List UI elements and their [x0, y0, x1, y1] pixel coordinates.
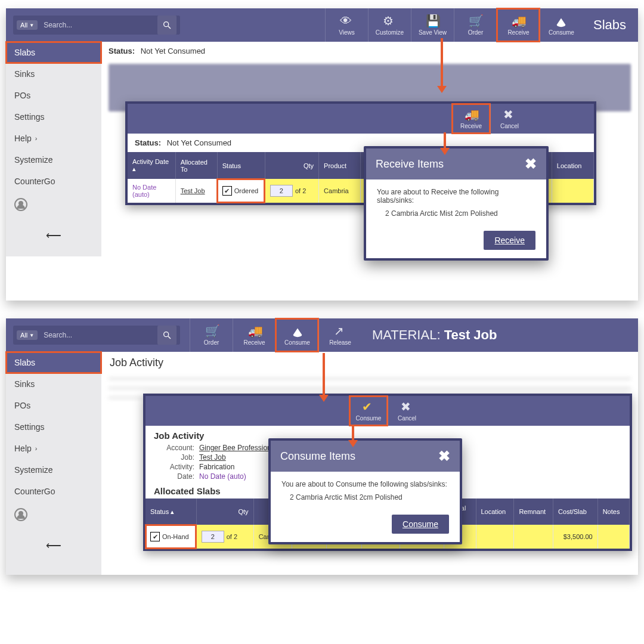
sidebar-item-help[interactable]: Help›	[6, 128, 101, 149]
close-icon: ✖	[401, 401, 414, 414]
col-activity-date[interactable]: Activity Date ▴	[128, 152, 175, 179]
sidebar-item-slabs[interactable]: Slabs	[6, 352, 101, 373]
search-scope-pill[interactable]: All ▼	[17, 20, 38, 30]
search-input[interactable]	[42, 330, 157, 340]
consume-button[interactable]: Consume	[275, 318, 318, 352]
modal-item: 2 Cambria Arctic Mist 2cm Polished	[385, 209, 535, 218]
avatar-icon[interactable]	[14, 508, 27, 521]
sliders-icon: ⚙	[383, 15, 396, 28]
topbar: All ▼ 👁Views ⚙Customize 💾Save View 🛒Orde…	[6, 8, 638, 42]
check-icon: ✔	[362, 401, 375, 414]
customize-button[interactable]: ⚙Customize	[368, 8, 411, 42]
receive-button[interactable]: 🚚Receive	[233, 318, 275, 352]
search-icon	[162, 330, 172, 340]
order-button[interactable]: 🛒Order	[454, 8, 497, 42]
search-input[interactable]	[42, 20, 157, 30]
caret-down-icon: ▼	[29, 23, 34, 28]
release-icon: ↗	[334, 325, 347, 338]
sidebar-item-countergo[interactable]: CounterGo	[6, 481, 101, 502]
page-title: Slabs	[593, 17, 626, 33]
sidebar-item-systemize[interactable]: Systemize	[6, 149, 101, 171]
modal-header: Receive Items ✖	[366, 148, 546, 179]
cell-status[interactable]: ✔On-Hand	[145, 525, 196, 549]
page-title: MATERIAL: Test Job	[372, 327, 497, 343]
cell-cost: $3,500.00	[553, 525, 598, 549]
modal-close-icon[interactable]: ✖	[438, 448, 450, 465]
subpanel-topbar: ✔Consume ✖Cancel	[145, 396, 630, 426]
cart-icon: 🛒	[469, 15, 482, 28]
topbar-actions: 👁Views ⚙Customize 💾Save View 🛒Order 🚚Rec…	[325, 8, 583, 42]
views-button[interactable]: 👁Views	[325, 8, 368, 42]
status-value: Not Yet Consumed	[141, 47, 205, 55]
checkbox-icon[interactable]: ✔	[222, 186, 232, 196]
sidebar-item-pos[interactable]: POs	[6, 85, 101, 106]
col-status[interactable]: Status	[217, 152, 265, 179]
col-qty[interactable]: Qty	[196, 499, 253, 525]
subpanel-topbar: 🚚Receive ✖Cancel	[128, 104, 594, 134]
cell-qty: 2of 2	[196, 525, 253, 549]
sort-asc-icon: ▴	[132, 165, 136, 172]
sidebar-item-settings[interactable]: Settings	[6, 416, 101, 438]
search-scope-pill[interactable]: All ▼	[17, 330, 38, 340]
sidebar-item-sinks[interactable]: Sinks	[6, 63, 101, 85]
close-icon: ✖	[503, 109, 516, 122]
release-button[interactable]: ↗Release	[318, 318, 361, 352]
col-cost[interactable]: Cost/Slab	[553, 499, 598, 525]
collapse-sidebar-icon[interactable]: ⟵	[46, 539, 61, 552]
col-notes[interactable]: Notes	[597, 499, 629, 525]
activity-value: Fabrication	[199, 463, 234, 471]
col-location[interactable]: Location	[476, 499, 514, 525]
caret-down-icon: ▼	[29, 333, 34, 338]
search-icon	[162, 20, 172, 30]
sort-asc-icon: ▴	[171, 508, 174, 515]
sub-consume-button[interactable]: ✔Consume	[349, 396, 388, 426]
sub-cancel-button[interactable]: ✖Cancel	[490, 104, 528, 134]
col-status[interactable]: Status ▴	[145, 499, 196, 525]
cell-product: Cambria	[319, 179, 361, 203]
sidebar-item-slabs[interactable]: Slabs	[6, 42, 101, 63]
cart-icon: 🛒	[205, 325, 218, 338]
topbar-actions: 🛒Order 🚚Receive Consume ↗Release	[190, 318, 361, 352]
search-button[interactable]	[157, 326, 177, 345]
main-content: Job Activity ✔Consume ✖Cancel Job Activi…	[101, 352, 638, 575]
modal-consume-button[interactable]: Consume	[392, 515, 449, 534]
receive-button[interactable]: 🚚Receive	[497, 8, 540, 42]
sidebar-item-help[interactable]: Help›	[6, 438, 101, 459]
collapse-sidebar-icon[interactable]: ⟵	[46, 229, 61, 242]
modal-lead: You are about to Receive the following s…	[377, 188, 535, 205]
col-remnant[interactable]: Remnant	[514, 499, 553, 525]
job-link[interactable]: Test Job	[199, 453, 226, 462]
sub-cancel-button[interactable]: ✖Cancel	[388, 396, 426, 426]
avatar-icon[interactable]	[14, 198, 27, 211]
sidebar-item-pos[interactable]: POs	[6, 395, 101, 416]
modal-receive-button[interactable]: Receive	[484, 231, 535, 250]
qty-input[interactable]: 2	[270, 185, 293, 197]
col-allocated-to[interactable]: Allocated To	[175, 152, 217, 179]
svg-line-3	[168, 336, 171, 339]
cell-status[interactable]: ✔Ordered	[217, 179, 265, 203]
col-product[interactable]: Product	[319, 152, 361, 179]
cell-allocated-to[interactable]: Test Job	[181, 187, 205, 194]
date-value: No Date (auto)	[199, 472, 246, 481]
modal-close-icon[interactable]: ✖	[525, 156, 537, 172]
qty-input[interactable]: 2	[202, 531, 224, 543]
consume-icon	[555, 15, 568, 28]
modal-item: 2 Cambria Arctic Mist 2cm Polished	[290, 493, 449, 501]
chevron-right-icon: ›	[35, 135, 38, 142]
svg-line-1	[168, 26, 171, 29]
truck-icon: 🚚	[248, 325, 261, 338]
search-button[interactable]	[157, 16, 177, 35]
sub-receive-button[interactable]: 🚚Receive	[452, 104, 490, 134]
col-qty[interactable]: Qty	[265, 152, 318, 179]
sidebar-item-systemize[interactable]: Systemize	[6, 459, 101, 481]
sidebar-item-settings[interactable]: Settings	[6, 106, 101, 128]
checkbox-icon[interactable]: ✔	[150, 532, 160, 541]
main-content: Status: Not Yet Consumed 🚚Receive ✖Cance…	[101, 42, 638, 256]
consume-button[interactable]: Consume	[540, 8, 583, 42]
save-view-button[interactable]: 💾Save View	[411, 8, 454, 42]
col-location[interactable]: Location	[552, 152, 593, 179]
panel-consume: All ▼ 🛒Order 🚚Receive Consume ↗Release M…	[6, 318, 638, 575]
order-button[interactable]: 🛒Order	[190, 318, 233, 352]
sidebar-item-sinks[interactable]: Sinks	[6, 373, 101, 395]
sidebar-item-countergo[interactable]: CounterGo	[6, 171, 101, 192]
